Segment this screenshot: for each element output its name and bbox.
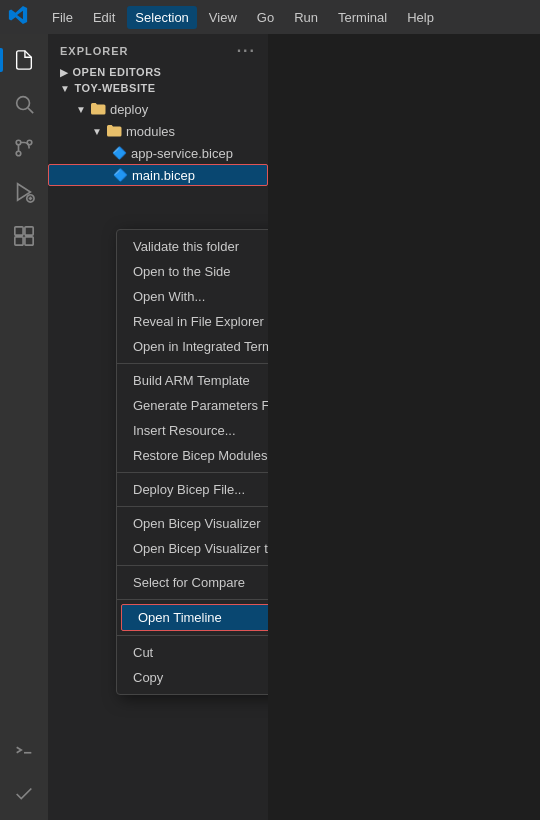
extensions-activity-icon[interactable] — [6, 218, 42, 254]
ctx-gen-params[interactable]: Generate Parameters File — [117, 393, 268, 418]
app-service-file[interactable]: 🔷 app-service.bicep — [48, 142, 268, 164]
ctx-bicep-viz-label: Open Bicep Visualizer — [133, 516, 268, 531]
deploy-label: deploy — [110, 102, 148, 117]
ctx-separator-5 — [117, 599, 268, 600]
ctx-open-side-label: Open to the Side — [133, 264, 268, 279]
open-editors-section[interactable]: ▶ OPEN EDITORS — [48, 64, 268, 80]
app-service-label: app-service.bicep — [131, 146, 233, 161]
ctx-copy-label: Copy — [133, 670, 268, 685]
ctx-open-terminal[interactable]: Open in Integrated Terminal — [117, 334, 268, 359]
ctx-open-terminal-label: Open in Integrated Terminal — [133, 339, 268, 354]
svg-point-2 — [16, 140, 21, 145]
ctx-open-timeline-label: Open Timeline — [138, 610, 268, 625]
ctx-cut-label: Cut — [133, 645, 268, 660]
open-editors-label: OPEN EDITORS — [73, 66, 162, 78]
ctx-insert-resource-label: Insert Resource... — [133, 423, 268, 438]
ctx-reveal-explorer-label: Reveal in File Explorer — [133, 314, 268, 329]
toy-website-section[interactable]: ▼ TOY-WEBSITE — [48, 80, 268, 96]
ctx-separator-2 — [117, 472, 268, 473]
ctx-deploy-bicep[interactable]: Deploy Bicep File... — [117, 477, 268, 502]
explorer-activity-icon[interactable] — [6, 42, 42, 78]
menu-view[interactable]: View — [201, 6, 245, 29]
ctx-insert-resource[interactable]: Insert Resource... Ctrl+K I — [117, 418, 268, 443]
svg-rect-12 — [25, 237, 33, 245]
sidebar-options-button[interactable]: ··· — [237, 42, 256, 60]
ctx-select-compare-label: Select for Compare — [133, 575, 268, 590]
ctx-gen-params-label: Generate Parameters File — [133, 398, 268, 413]
ctx-separator-6 — [117, 635, 268, 636]
run-debug-activity-icon[interactable] — [6, 174, 42, 210]
menu-help[interactable]: Help — [399, 6, 442, 29]
svg-rect-11 — [15, 237, 23, 245]
sidebar-header: Explorer ··· — [48, 34, 268, 64]
svg-point-4 — [16, 151, 21, 156]
menu-edit[interactable]: Edit — [85, 6, 123, 29]
modules-label: modules — [126, 124, 175, 139]
activity-bar — [0, 34, 48, 820]
ctx-build-arm[interactable]: Build ARM Template Ctrl+Shift+B — [117, 368, 268, 393]
ctx-restore-modules-label: Restore Bicep Modules (Force) — [133, 448, 268, 463]
titlebar: File Edit Selection View Go Run Terminal… — [0, 0, 540, 34]
ctx-separator-3 — [117, 506, 268, 507]
menu-terminal[interactable]: Terminal — [330, 6, 395, 29]
ctx-open-timeline[interactable]: Open Timeline — [121, 604, 268, 631]
terminal-activity-icon[interactable] — [6, 732, 42, 768]
deploy-folder[interactable]: ▼ deploy — [48, 98, 268, 120]
main-bicep-label: main.bicep — [132, 168, 195, 183]
svg-rect-10 — [25, 227, 33, 235]
ctx-reveal-explorer[interactable]: Reveal in File Explorer Shift+Alt+R — [117, 309, 268, 334]
modules-folder[interactable]: ▼ modules — [48, 120, 268, 142]
svg-rect-9 — [15, 227, 23, 235]
ctx-bicep-viz[interactable]: Open Bicep Visualizer — [117, 511, 268, 536]
menu-run[interactable]: Run — [286, 6, 326, 29]
menu-file[interactable]: File — [44, 6, 81, 29]
file-tree: ▼ deploy ▼ modules 🔷 app-service.bicep 🔷… — [48, 96, 268, 188]
menu-bar: File Edit Selection View Go Run Terminal… — [44, 6, 442, 29]
ctx-separator-4 — [117, 565, 268, 566]
svg-point-0 — [17, 97, 30, 110]
ctx-bicep-viz-side-label: Open Bicep Visualizer to the Side — [133, 541, 268, 556]
ctx-build-arm-label: Build ARM Template — [133, 373, 268, 388]
deploy-chevron-icon: ▼ — [76, 104, 86, 115]
main-bicep-file[interactable]: 🔷 main.bicep — [48, 164, 268, 186]
folder-open-icon — [106, 123, 122, 139]
sidebar: Explorer ··· ▶ OPEN EDITORS ▼ TOY-WEBSIT… — [48, 34, 268, 820]
ctx-select-compare[interactable]: Select for Compare — [117, 570, 268, 595]
ctx-cut[interactable]: Cut Ctrl+X — [117, 640, 268, 665]
ctx-open-with-label: Open With... — [133, 289, 268, 304]
main-layout: Explorer ··· ▶ OPEN EDITORS ▼ TOY-WEBSIT… — [0, 34, 540, 820]
svg-line-1 — [28, 108, 33, 113]
app-service-bicep-icon: 🔷 — [112, 146, 127, 160]
ctx-validate-folder[interactable]: Validate this folder — [117, 234, 268, 259]
editor-area — [268, 34, 540, 820]
menu-go[interactable]: Go — [249, 6, 282, 29]
ctx-restore-modules[interactable]: Restore Bicep Modules (Force) Ctrl+M R — [117, 443, 268, 468]
source-control-activity-icon[interactable] — [6, 130, 42, 166]
toy-website-chevron: ▼ — [60, 83, 70, 94]
menu-selection[interactable]: Selection — [127, 6, 196, 29]
ctx-open-with[interactable]: Open With... — [117, 284, 268, 309]
svg-marker-5 — [18, 184, 31, 201]
explorer-label: Explorer — [60, 45, 129, 57]
search-activity-icon[interactable] — [6, 86, 42, 122]
open-editors-chevron: ▶ — [60, 67, 69, 78]
ctx-open-side[interactable]: Open to the Side Ctrl+Enter — [117, 259, 268, 284]
vscode-logo — [8, 5, 28, 30]
ctx-separator-1 — [117, 363, 268, 364]
ctx-bicep-viz-side[interactable]: Open Bicep Visualizer to the Side Ctrl+K… — [117, 536, 268, 561]
ctx-deploy-bicep-label: Deploy Bicep File... — [133, 482, 268, 497]
testing-activity-icon[interactable] — [6, 776, 42, 812]
toy-website-label: TOY-WEBSITE — [74, 82, 155, 94]
modules-chevron-icon: ▼ — [92, 126, 102, 137]
folder-icon — [90, 101, 106, 117]
main-bicep-icon: 🔷 — [113, 168, 128, 182]
ctx-validate-folder-label: Validate this folder — [133, 239, 268, 254]
ctx-copy[interactable]: Copy Ctrl+C — [117, 665, 268, 690]
context-menu: Validate this folder Open to the Side Ct… — [116, 229, 268, 695]
